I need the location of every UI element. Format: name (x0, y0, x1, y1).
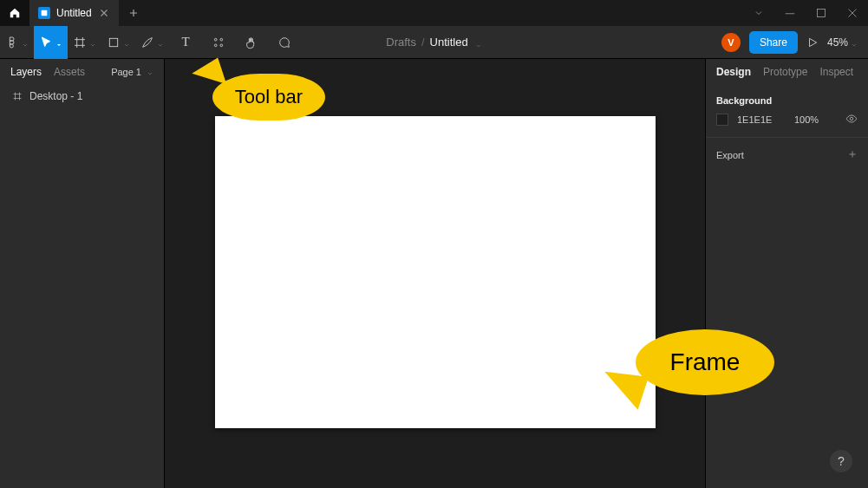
svg-point-6 (220, 44, 223, 47)
chevron-down-icon (851, 39, 858, 46)
chevron-down-icon (89, 39, 96, 46)
help-button[interactable]: ? (830, 450, 852, 472)
plus-icon (127, 7, 140, 19)
close-icon (98, 7, 110, 19)
toolbar: T Drafts / Untitled V Share 45% (0, 26, 868, 59)
menu-button[interactable] (0, 26, 34, 59)
rectangle-icon (107, 36, 121, 49)
layer-item[interactable]: Desktop - 1 (0, 85, 164, 107)
document-tab[interactable]: Untitled (29, 0, 119, 26)
pen-tool-button[interactable] (135, 26, 169, 59)
frame-icon (73, 36, 87, 49)
chevron-down-icon (22, 39, 29, 46)
background-opacity-input[interactable]: 100% (794, 114, 837, 125)
new-tab-button[interactable] (119, 7, 148, 19)
maximize-icon (813, 5, 829, 21)
home-button[interactable] (0, 0, 29, 26)
background-color-swatch[interactable] (716, 114, 728, 126)
tab-design[interactable]: Design (716, 66, 751, 78)
help-icon: ? (838, 454, 845, 468)
figma-file-icon (38, 7, 50, 19)
maximize-button[interactable] (806, 0, 837, 26)
export-section-title: Export (716, 150, 744, 160)
right-panel: Design Prototype Inspect Background 1E1E… (705, 59, 868, 488)
cursor-icon (39, 36, 53, 49)
svg-rect-2 (109, 38, 117, 46)
hand-icon (245, 36, 258, 49)
close-tab-button[interactable] (98, 7, 110, 19)
frame-tool-button[interactable] (68, 26, 101, 59)
canvas-frame[interactable] (215, 116, 656, 428)
annotation-frame: Frame (636, 329, 774, 395)
resources-icon (212, 36, 225, 49)
figma-logo-icon (5, 36, 19, 49)
home-icon (9, 7, 21, 19)
chevron-down-icon (55, 39, 62, 46)
plus-icon (847, 149, 858, 159)
breadcrumb[interactable]: Drafts / Untitled (386, 36, 481, 49)
toggle-visibility-button[interactable] (845, 113, 858, 127)
eye-icon (845, 113, 858, 125)
user-avatar[interactable]: V (721, 33, 741, 52)
window-menu-button[interactable] (743, 0, 774, 26)
tab-assets[interactable]: Assets (54, 66, 85, 78)
svg-point-7 (850, 117, 853, 120)
svg-rect-1 (818, 10, 826, 17)
text-tool-button[interactable]: T (169, 26, 202, 59)
breadcrumb-parent: Drafts (386, 36, 416, 49)
annotation-frame-label: Frame (670, 348, 741, 376)
close-window-button[interactable] (837, 0, 868, 26)
tab-inspect[interactable]: Inspect (819, 66, 853, 78)
page-selector-label: Page 1 (111, 67, 141, 77)
left-panel: Layers Assets Page 1 Desktop - 1 (0, 59, 165, 488)
zoom-selector[interactable]: 45% (827, 36, 858, 49)
add-export-button[interactable] (847, 148, 858, 162)
frame-icon (12, 91, 23, 101)
text-icon: T (181, 35, 189, 49)
chevron-down-icon (157, 39, 164, 46)
page-selector[interactable]: Page 1 (111, 67, 153, 77)
chevron-down-icon (754, 8, 764, 18)
breadcrumb-separator: / (421, 36, 425, 49)
background-section-title: Background (716, 87, 858, 113)
close-icon (845, 5, 860, 21)
canvas[interactable] (165, 59, 705, 488)
comment-icon (277, 36, 291, 49)
resources-tool-button[interactable] (202, 26, 235, 59)
tab-prototype[interactable]: Prototype (763, 66, 807, 78)
minimize-icon (782, 5, 798, 21)
window-titlebar: Untitled (0, 0, 868, 26)
comment-tool-button[interactable] (268, 26, 301, 59)
annotation-toolbar: Tool bar (212, 74, 325, 120)
move-tool-button[interactable] (34, 26, 68, 59)
play-icon (806, 36, 819, 49)
hand-tool-button[interactable] (235, 26, 268, 59)
chevron-down-icon (147, 68, 153, 75)
background-hex-input[interactable]: 1E1E1E (737, 114, 786, 125)
layer-name: Desktop - 1 (29, 90, 82, 102)
svg-point-5 (214, 44, 217, 47)
tab-title: Untitled (56, 7, 92, 19)
tab-layers[interactable]: Layers (10, 66, 42, 78)
svg-rect-0 (42, 10, 48, 16)
pen-icon (140, 36, 154, 49)
shape-tool-button[interactable] (101, 26, 135, 59)
document-name: Untitled (430, 36, 468, 49)
svg-point-3 (214, 38, 217, 41)
share-button[interactable]: Share (749, 31, 798, 54)
present-button[interactable] (806, 26, 819, 59)
minimize-button[interactable] (774, 0, 806, 26)
svg-point-4 (220, 38, 223, 41)
zoom-value: 45% (827, 36, 848, 49)
chevron-down-icon (475, 39, 482, 46)
annotation-toolbar-label: Tool bar (235, 86, 303, 108)
chevron-down-icon (123, 39, 130, 46)
